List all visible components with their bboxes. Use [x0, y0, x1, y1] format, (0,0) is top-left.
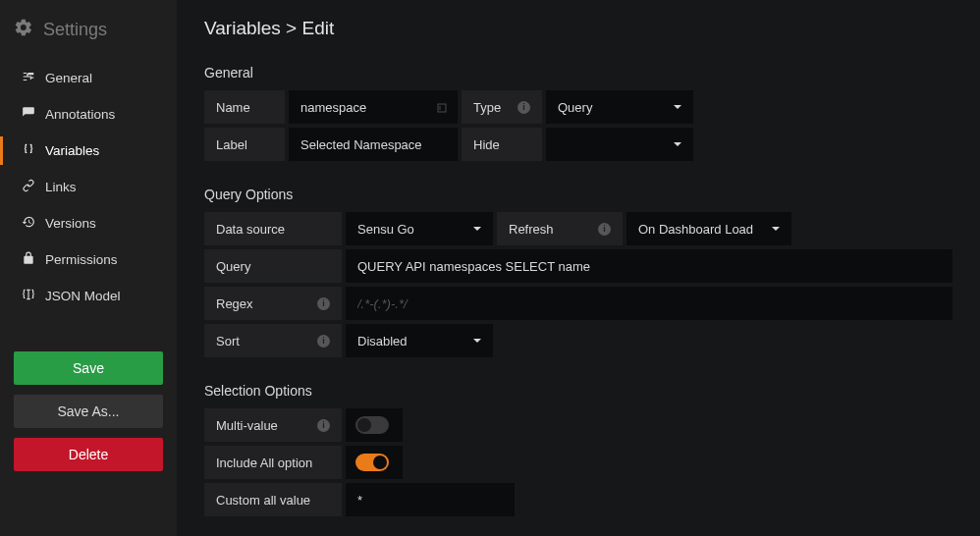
regex-input[interactable] [346, 287, 953, 320]
sidebar-item-general[interactable]: General [0, 60, 177, 96]
section-title-selection: Selection Options [204, 383, 953, 399]
query-label: Query [204, 249, 342, 283]
include-all-label: Include All option [204, 446, 342, 479]
label-label: Label [204, 128, 285, 161]
section-title-query: Query Options [204, 187, 953, 202]
sidebar-item-permissions[interactable]: Permissions [0, 241, 177, 278]
save-button[interactable]: Save [14, 351, 163, 385]
section-selection-options: Selection Options Multi-value i Include … [204, 383, 953, 516]
regex-label: Regex i [204, 287, 342, 320]
sort-select-value: Disabled [357, 334, 408, 348]
multi-value-toggle[interactable] [355, 416, 389, 434]
include-all-toggle-wrap [346, 446, 403, 479]
refresh-select-value: On Dashboard Load [638, 222, 753, 237]
chevron-down-icon [772, 227, 780, 231]
sort-label: Sort i [204, 324, 342, 357]
gear-icon [14, 18, 33, 42]
sidebar-item-label: Variables [45, 143, 99, 158]
delete-button[interactable]: Delete [14, 438, 163, 471]
link-icon [22, 179, 35, 195]
form-field-icon [436, 101, 448, 113]
datasource-select[interactable]: Sensu Go [346, 212, 493, 245]
sidebar-header: Settings [0, 14, 177, 60]
section-title-general: General [204, 65, 953, 80]
type-select-value: Query [558, 100, 592, 115]
save-as-button[interactable]: Save As... [14, 395, 163, 428]
sidebar-item-versions[interactable]: Versions [0, 205, 177, 241]
section-query-options: Query Options Data source Sensu Go Refre… [204, 187, 953, 357]
label-input[interactable] [289, 128, 458, 161]
datasource-select-value: Sensu Go [357, 222, 414, 237]
datasource-label: Data source [204, 212, 342, 245]
sliders-icon [22, 70, 35, 86]
comment-icon [22, 106, 35, 123]
sidebar-nav: General Annotations Variables Links Vers… [0, 60, 177, 314]
sidebar-item-label: Links [45, 180, 77, 194]
main-panel: Variables > Edit General Name Type i Que… [177, 0, 980, 536]
chevron-down-icon [674, 142, 681, 146]
sidebar-item-annotations[interactable]: Annotations [0, 96, 177, 133]
sidebar-title: Settings [43, 20, 107, 40]
refresh-select[interactable]: On Dashboard Load [626, 212, 791, 245]
hide-label: Hide [462, 128, 542, 161]
custom-all-label: Custom all value [204, 483, 342, 516]
chevron-down-icon [473, 339, 481, 343]
info-icon[interactable]: i [317, 419, 330, 432]
type-label: Type i [462, 90, 542, 124]
info-icon[interactable]: i [598, 223, 611, 236]
name-input-wrap [289, 90, 458, 124]
sidebar-item-label: JSON Model [45, 289, 121, 303]
code-braces-icon [22, 142, 35, 159]
sort-select[interactable]: Disabled [346, 324, 493, 357]
settings-sidebar: Settings General Annotations Variables L… [0, 0, 177, 536]
breadcrumb: Variables > Edit [204, 18, 953, 39]
sidebar-item-json-model[interactable]: JSON Model [0, 278, 177, 314]
name-label: Name [204, 90, 285, 124]
sidebar-item-label: Versions [45, 216, 96, 231]
include-all-toggle[interactable] [355, 454, 389, 471]
chevron-down-icon [674, 105, 681, 109]
multi-value-label: Multi-value i [204, 408, 342, 442]
lock-icon [22, 251, 35, 268]
name-input[interactable] [289, 90, 458, 124]
query-input[interactable] [346, 249, 953, 283]
sidebar-actions: Save Save As... Delete [0, 351, 177, 471]
sidebar-item-label: General [45, 71, 92, 85]
history-icon [22, 215, 35, 232]
multi-value-toggle-wrap [346, 408, 403, 442]
sidebar-item-label: Permissions [45, 252, 118, 267]
svg-rect-0 [438, 104, 446, 112]
chevron-down-icon [473, 227, 481, 231]
refresh-label: Refresh i [497, 212, 623, 245]
sidebar-item-links[interactable]: Links [0, 169, 177, 205]
type-select[interactable]: Query [546, 90, 693, 124]
sidebar-item-label: Annotations [45, 107, 115, 122]
code-braces-icon [22, 288, 35, 304]
info-icon[interactable]: i [517, 101, 530, 114]
sidebar-item-variables[interactable]: Variables [0, 133, 177, 169]
info-icon[interactable]: i [317, 335, 330, 348]
section-general: General Name Type i Query Label Hide [204, 65, 953, 161]
info-icon[interactable]: i [317, 297, 330, 310]
hide-select[interactable] [546, 128, 693, 161]
custom-all-input[interactable] [346, 483, 515, 516]
